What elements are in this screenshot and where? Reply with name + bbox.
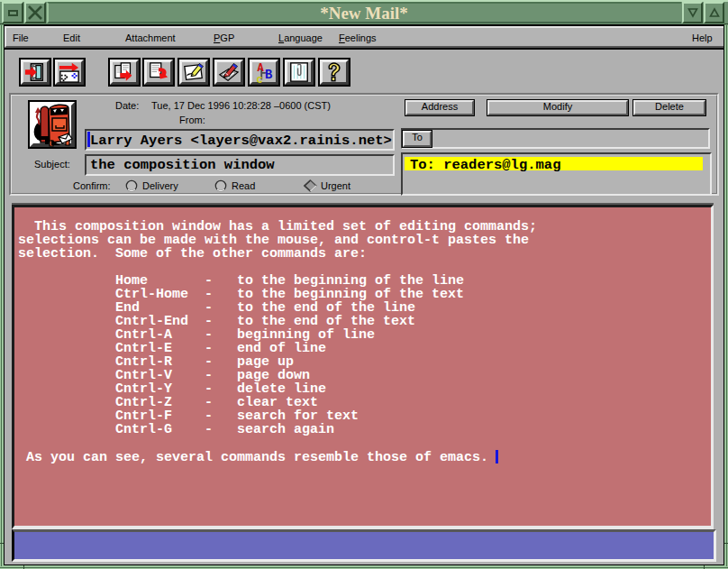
svg-text:B: B bbox=[265, 68, 273, 82]
svg-text:C: C bbox=[257, 75, 263, 83]
svg-text:A: A bbox=[258, 62, 265, 75]
